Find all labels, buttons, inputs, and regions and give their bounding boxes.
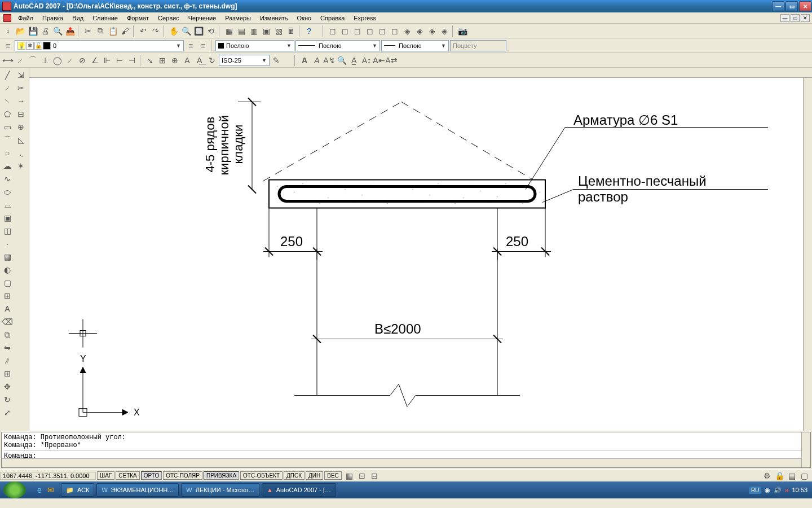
menu-dimensions[interactable]: Размеры [220, 14, 255, 23]
rotate-icon[interactable]: ↻ [1, 393, 14, 406]
close-button[interactable]: ✕ [799, 1, 811, 11]
grid-button[interactable]: СЕТКА [116, 471, 140, 480]
dim-jogged-icon[interactable]: ⟋ [64, 55, 76, 66]
drawing-area[interactable]: 4-5 рядов кирпичной кладки 250 250 [69, 78, 802, 431]
color-combo[interactable]: Послою ▼ [215, 40, 294, 51]
tray-volume-icon[interactable]: 🔊 [774, 487, 782, 494]
pan-icon[interactable]: ✋ [168, 25, 179, 37]
menu-format[interactable]: Формат [122, 14, 153, 23]
layer-manager-icon[interactable]: ≡ [2, 40, 14, 51]
cut-icon[interactable]: ✂ [82, 25, 94, 37]
ortho-button[interactable]: ОРТО [141, 471, 162, 480]
doc-restore-button[interactable]: ▭ [791, 14, 800, 22]
dtext-icon[interactable]: A [311, 55, 323, 66]
view-nwiso-icon[interactable]: ◈ [439, 25, 450, 37]
help-icon[interactable]: ? [303, 25, 315, 37]
model-icon[interactable]: ▦ [344, 470, 355, 481]
view-top-icon[interactable]: ◻ [327, 25, 338, 37]
cmd-scroll-v[interactable] [801, 432, 810, 467]
taskbar-item-folder[interactable]: 📁 АСК [61, 483, 94, 497]
mtext-icon[interactable]: A [299, 55, 310, 66]
xline-icon[interactable]: ⟋ [1, 82, 14, 94]
dim-continue-icon[interactable]: ⊣ [126, 55, 138, 66]
new-icon[interactable]: ▫ [2, 25, 14, 37]
dyn-button[interactable]: ДИН [306, 471, 323, 480]
markup-icon[interactable]: ▧ [273, 25, 284, 37]
view-left-icon[interactable]: ◻ [352, 25, 363, 37]
text-justify-icon[interactable]: A⇤ [373, 55, 385, 66]
command-line[interactable]: Команда: Противоположный угол: Команда: … [1, 432, 811, 468]
line-icon[interactable]: ╱ [1, 69, 14, 81]
dim-aligned-icon[interactable]: ⟋ [15, 55, 26, 66]
lwt-button[interactable]: ВЕС [324, 471, 342, 480]
layer-prev-icon[interactable]: ≡ [185, 40, 196, 51]
undo-icon[interactable]: ↶ [138, 25, 149, 37]
mtext-tool-icon[interactable]: A [1, 303, 14, 315]
view-front-icon[interactable]: ◻ [377, 25, 388, 37]
dim-leader-icon[interactable]: ↘ [144, 55, 156, 66]
dim-quick-icon[interactable]: ⊩ [102, 55, 113, 66]
menu-edit[interactable]: Правка [38, 14, 68, 23]
spline-icon[interactable]: ∿ [1, 173, 14, 185]
preview-icon[interactable]: 🔍 [52, 25, 63, 37]
doc-minimize-button[interactable]: — [780, 14, 789, 22]
zoom-rt-icon[interactable]: 🔍 [180, 25, 192, 37]
dim-angular-icon[interactable]: ∠ [89, 55, 100, 66]
scrollbar-vertical[interactable] [803, 78, 812, 431]
start-button[interactable] [3, 481, 26, 498]
tray-av-icon[interactable]: a [785, 487, 788, 493]
tray-toolbar-icon[interactable]: ▤ [786, 470, 797, 481]
restore-button[interactable]: ▭ [785, 1, 798, 11]
dimstyle-icon[interactable]: ✎ [271, 55, 282, 66]
gradient-icon[interactable]: ◐ [1, 264, 14, 276]
explode-icon[interactable]: ✶ [15, 160, 27, 172]
ellipsearc-icon[interactable]: ⌓ [1, 199, 14, 211]
view-swiso-icon[interactable]: ◈ [401, 25, 413, 37]
block-icon[interactable]: ◫ [1, 225, 14, 237]
insert-icon[interactable]: ▣ [1, 212, 14, 224]
hatch-icon[interactable]: ▦ [1, 251, 14, 263]
layout-max-icon[interactable]: ⊡ [356, 470, 368, 481]
clock[interactable]: 10:53 [792, 487, 807, 493]
otrack-button[interactable]: ОТС-ОБЪЕКТ [240, 471, 283, 480]
tray-lock-icon[interactable]: 🔒 [774, 470, 785, 481]
mirror-icon[interactable]: ⇋ [1, 341, 14, 354]
paste-icon[interactable]: 📋 [107, 25, 118, 37]
zoom-prev-icon[interactable]: ⟲ [205, 25, 217, 37]
offset-icon[interactable]: ⫽ [1, 354, 14, 367]
toolpalette-icon[interactable]: ▥ [248, 25, 259, 37]
view-right-icon[interactable]: ◻ [364, 25, 376, 37]
menu-draw[interactable]: Черчение [184, 14, 221, 23]
menu-window[interactable]: Окно [293, 14, 316, 23]
dim-diameter-icon[interactable]: ⊘ [77, 55, 88, 66]
dim-baseline-icon[interactable]: ⊢ [114, 55, 125, 66]
erase-icon[interactable]: ⌫ [1, 316, 14, 328]
pline-icon[interactable]: ⟍ [1, 95, 14, 107]
stretch-icon[interactable]: ⇲ [15, 69, 27, 81]
quick-ie-icon[interactable]: e [34, 484, 45, 496]
polygon-icon[interactable]: ⬠ [1, 108, 14, 120]
quick-mail-icon[interactable]: ✉ [45, 484, 56, 496]
dim-radius-icon[interactable]: ◯ [52, 55, 63, 66]
taskbar-item-autocad[interactable]: ▲ AutoCAD 2007 - [… [262, 483, 336, 497]
menu-help[interactable]: Справка [316, 14, 349, 23]
dimstyle-combo[interactable]: ISO-25 ▼ [219, 55, 270, 66]
region-icon[interactable]: ▢ [1, 277, 14, 289]
menu-express[interactable]: Express [349, 14, 381, 23]
dim-tolerance-icon[interactable]: ⊞ [157, 55, 168, 66]
tray-clean-icon[interactable]: ▢ [798, 470, 810, 481]
sheet-icon[interactable]: ▣ [261, 25, 272, 37]
point-icon[interactable]: · [1, 238, 14, 250]
dim-tedit-icon[interactable]: A͟ [194, 55, 205, 66]
text-scale-icon[interactable]: A↕ [361, 55, 372, 66]
array-icon[interactable]: ⊞ [1, 367, 14, 380]
polar-button[interactable]: ОТС-ПОЛЯР [163, 471, 202, 480]
snap-button[interactable]: ШАГ [97, 471, 114, 480]
view-seiso-icon[interactable]: ◈ [414, 25, 425, 37]
dim-arc-icon[interactable]: ⌒ [27, 55, 38, 66]
join-icon[interactable]: ⊕ [15, 121, 27, 133]
layer-iso-icon[interactable]: ≡ [197, 40, 209, 51]
text-convert-icon[interactable]: A⇄ [386, 55, 397, 66]
doc-close-button[interactable]: ✕ [801, 14, 810, 22]
menu-modify[interactable]: Изменить [255, 14, 293, 23]
